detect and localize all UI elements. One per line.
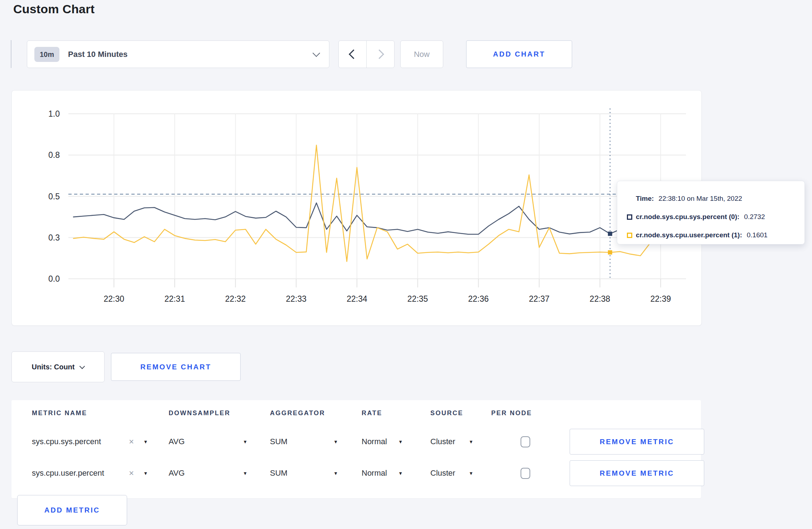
y-axis-tick-label: 1.0 xyxy=(48,109,60,118)
chart-tooltip: Time: 22:38:10 on Mar 15th, 2022 cr.node… xyxy=(617,181,805,244)
y-axis-tick-label: 0.0 xyxy=(48,274,60,283)
source-value: Cluster xyxy=(430,437,455,446)
aggregator-select[interactable]: SUM ▼ xyxy=(270,437,338,446)
x-axis-tick-label: 22:32 xyxy=(225,294,246,304)
chart-card: 1.00.80.50.30.022:3022:3122:3222:3322:34… xyxy=(11,90,702,326)
caret-down-icon: ▼ xyxy=(143,439,148,445)
series-sys-swatch-icon xyxy=(627,214,632,220)
col-header-source: SOURCE xyxy=(430,409,491,417)
col-header-metric-name: METRIC NAME xyxy=(32,409,169,417)
x-axis-tick-label: 22:31 xyxy=(164,294,185,304)
source-select[interactable]: Cluster ▼ xyxy=(430,437,473,446)
caret-down-icon: ▼ xyxy=(143,471,148,476)
units-label: Units: Count xyxy=(32,363,75,371)
caret-down-icon: ▼ xyxy=(398,439,403,445)
metric-name-select[interactable]: sys.cpu.sys.percent × ▼ xyxy=(32,437,148,446)
y-axis-tick-label: 0.5 xyxy=(48,192,60,201)
caret-down-icon: ▼ xyxy=(333,439,338,445)
rate-select[interactable]: Normal ▼ xyxy=(362,469,403,478)
aggregator-select[interactable]: SUM ▼ xyxy=(270,469,338,478)
metric-name-value: sys.cpu.user.percent xyxy=(32,469,104,478)
chevron-left-icon xyxy=(349,49,358,59)
add-metric-button[interactable]: ADD METRIC xyxy=(17,495,127,525)
tooltip-series-value: 0.2732 xyxy=(744,213,765,221)
y-axis-tick-label: 0.3 xyxy=(48,233,60,242)
time-range-badge: 10m xyxy=(34,47,59,62)
series-line-cr.node.sys.cpu.user.percent xyxy=(73,145,681,262)
aggregator-value: SUM xyxy=(270,437,287,446)
col-header-rate: RATE xyxy=(362,409,430,417)
clear-metric-x-icon[interactable]: × xyxy=(129,469,134,477)
next-time-button[interactable] xyxy=(367,41,394,68)
metrics-table: METRIC NAME DOWNSAMPLER AGGREGATOR RATE … xyxy=(11,400,701,498)
tooltip-series-label: cr.node.sys.cpu.sys.percent (0): xyxy=(636,213,739,221)
clear-metric-x-icon[interactable]: × xyxy=(129,437,134,446)
time-range-label: Past 10 Minutes xyxy=(68,50,127,59)
caret-down-icon: ▼ xyxy=(469,439,473,445)
downsampler-select[interactable]: AVG ▼ xyxy=(169,437,247,446)
tooltip-time-row: Time: 22:38:10 on Mar 15th, 2022 xyxy=(627,192,797,205)
time-range-dropdown[interactable]: 10m Past 10 Minutes xyxy=(27,40,329,68)
remove-metric-button[interactable]: REMOVE METRIC xyxy=(570,429,704,455)
downsampler-select[interactable]: AVG ▼ xyxy=(169,469,247,478)
x-axis-tick-label: 22:36 xyxy=(468,294,489,304)
x-axis-tick-label: 22:39 xyxy=(651,294,671,304)
x-axis-tick-label: 22:35 xyxy=(407,294,428,304)
x-axis-tick-label: 22:37 xyxy=(529,294,550,304)
aggregator-value: SUM xyxy=(270,469,287,478)
timeseries-chart[interactable]: 1.00.80.50.30.022:3022:3122:3222:3322:34… xyxy=(12,91,701,325)
y-axis-tick-label: 0.8 xyxy=(48,150,60,160)
caret-down-icon: ▼ xyxy=(333,471,338,476)
col-header-aggregator: AGGREGATOR xyxy=(270,409,362,417)
page-title: Custom Chart xyxy=(13,2,95,16)
x-axis-tick-label: 22:30 xyxy=(103,294,124,304)
per-node-checkbox[interactable] xyxy=(521,468,530,479)
chevron-right-icon xyxy=(374,49,384,59)
source-value: Cluster xyxy=(430,469,455,478)
caret-down-icon: ▼ xyxy=(469,471,473,476)
hover-marker-cr.node.sys.cpu.user.percent xyxy=(608,250,612,254)
x-axis-tick-label: 22:33 xyxy=(286,294,306,304)
downsampler-value: AVG xyxy=(169,437,185,446)
tooltip-series-row: cr.node.sys.cpu.sys.percent (0): 0.2732 xyxy=(627,210,797,224)
chevron-down-icon xyxy=(313,49,320,57)
metrics-table-header: METRIC NAME DOWNSAMPLER AGGREGATOR RATE … xyxy=(11,400,701,426)
rate-select[interactable]: Normal ▼ xyxy=(362,437,403,446)
hover-marker-cr.node.sys.cpu.sys.percent xyxy=(608,232,612,236)
series-user-swatch-icon xyxy=(627,233,632,238)
tooltip-time-label: Time: xyxy=(636,195,654,203)
x-axis-tick-label: 22:38 xyxy=(590,294,610,304)
metric-name-value: sys.cpu.sys.percent xyxy=(32,437,101,446)
add-chart-button[interactable]: ADD CHART xyxy=(466,40,572,68)
caret-down-icon: ▼ xyxy=(243,471,247,476)
downsampler-value: AVG xyxy=(169,469,185,478)
tooltip-series-value: 0.1601 xyxy=(747,231,768,239)
chevron-down-icon xyxy=(79,363,85,369)
remove-metric-button[interactable]: REMOVE METRIC xyxy=(570,460,704,486)
rate-value: Normal xyxy=(362,469,387,478)
col-header-downsampler: DOWNSAMPLER xyxy=(169,409,270,417)
units-dropdown[interactable]: Units: Count xyxy=(11,351,105,382)
prev-time-button[interactable] xyxy=(339,41,366,68)
per-node-checkbox[interactable] xyxy=(521,436,530,447)
metric-name-select[interactable]: sys.cpu.user.percent × ▼ xyxy=(32,469,148,478)
metric-row-user: sys.cpu.user.percent × ▼ AVG ▼ SUM ▼ Nor… xyxy=(11,457,701,489)
rate-value: Normal xyxy=(362,437,387,446)
source-select[interactable]: Cluster ▼ xyxy=(430,469,473,478)
tooltip-series-row: cr.node.sys.cpu.user.percent (1): 0.1601 xyxy=(627,228,797,242)
col-header-per-node: PER NODE xyxy=(491,409,570,417)
tooltip-series-label: cr.node.sys.cpu.user.percent (1): xyxy=(636,231,742,239)
now-button[interactable]: Now xyxy=(400,40,443,68)
caret-down-icon: ▼ xyxy=(243,439,247,445)
time-nav-group xyxy=(338,40,395,68)
toolbar-divider xyxy=(11,40,11,68)
x-axis-tick-label: 22:34 xyxy=(347,294,367,304)
remove-chart-button[interactable]: REMOVE CHART xyxy=(111,353,241,381)
tooltip-time-value: 22:38:10 on Mar 15th, 2022 xyxy=(658,195,742,203)
caret-down-icon: ▼ xyxy=(398,471,403,476)
metric-row-sys: sys.cpu.sys.percent × ▼ AVG ▼ SUM ▼ Norm… xyxy=(11,426,701,457)
